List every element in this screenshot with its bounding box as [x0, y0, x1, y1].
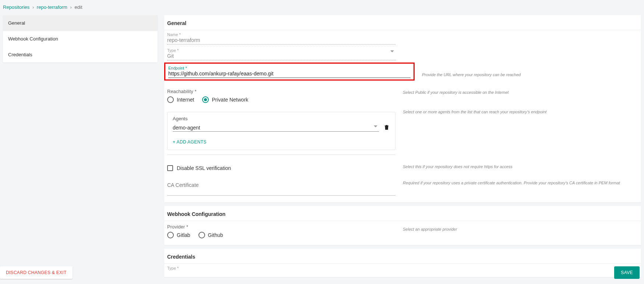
checkbox-icon	[167, 165, 173, 171]
sidebar-item-label: Webhook Configuration	[8, 36, 58, 42]
divider	[167, 155, 395, 155]
type-label: Type *	[167, 48, 395, 53]
name-field: repo-terraform	[167, 37, 395, 45]
reachability-help: Select Public if your repository is acce…	[403, 84, 638, 95]
radio-internet[interactable]: Internet	[167, 96, 194, 103]
card-title: Credentials	[164, 249, 641, 264]
ssl-help: Select this if your repository does not …	[403, 159, 638, 169]
agent-value: demo-agent	[173, 125, 200, 131]
add-agents-button[interactable]: + ADD AGENTS	[173, 139, 207, 145]
sidebar-item-credentials[interactable]: Credentials	[3, 47, 158, 63]
radio-private-network[interactable]: Private Network	[202, 96, 248, 103]
endpoint-value: https://github.com/ankurp-rafay/eaas-dem…	[168, 70, 411, 77]
card-title: General	[164, 15, 641, 30]
agents-title: Agents	[173, 116, 390, 121]
sidebar: General Webhook Configuration Credential…	[3, 15, 158, 63]
radio-gitlab[interactable]: Gitlab	[167, 232, 190, 238]
ssl-checkbox[interactable]: Disable SSL verification	[167, 165, 395, 171]
type-select[interactable]: Git	[167, 53, 395, 60]
webhook-card: Webhook Configuration Provider * Gitlab	[164, 206, 641, 245]
ca-input[interactable]	[167, 195, 395, 196]
radio-icon	[167, 96, 174, 103]
endpoint-label: Endpoint *	[168, 66, 411, 70]
chevron-down-icon	[390, 50, 394, 52]
breadcrumb-current: edit	[75, 4, 82, 10]
radio-github[interactable]: Github	[198, 232, 223, 238]
radio-label: Private Network	[212, 97, 248, 103]
ssl-label: Disable SSL verification	[177, 165, 231, 171]
radio-label: Internet	[177, 97, 194, 103]
trash-icon[interactable]	[383, 124, 390, 132]
name-label: Name *	[167, 32, 395, 37]
provider-help: Select an appropriate provider	[403, 224, 638, 231]
ca-help: Required if your repository uses a priva…	[403, 175, 638, 185]
radio-label: Gitlab	[177, 232, 190, 238]
endpoint-highlight: Endpoint * https://github.com/ankurp-raf…	[164, 63, 415, 81]
radio-icon	[198, 232, 205, 238]
name-value: repo-terraform	[167, 37, 395, 43]
agent-select[interactable]: demo-agent	[173, 124, 379, 132]
footer: DISCARD CHANGES & EXIT SAVE	[0, 263, 644, 284]
save-button[interactable]: SAVE	[614, 266, 640, 279]
sidebar-item-general[interactable]: General	[3, 15, 158, 31]
sidebar-item-label: Credentials	[8, 52, 32, 57]
breadcrumb-sep: ›	[70, 4, 72, 10]
main-content: General Name * repo-terraform Type * Git	[164, 15, 641, 281]
breadcrumb-repo[interactable]: repo-terraform	[37, 4, 67, 10]
radio-icon	[202, 96, 209, 103]
provider-label: Provider *	[167, 224, 395, 230]
endpoint-input[interactable]: https://github.com/ankurp-rafay/eaas-dem…	[168, 70, 411, 78]
ca-label: CA Certificate	[167, 182, 395, 188]
breadcrumb-sep: ›	[32, 4, 34, 10]
reachability-label: Reachability *	[167, 89, 395, 94]
sidebar-item-label: General	[8, 20, 25, 26]
radio-icon	[167, 232, 174, 238]
radio-label: Github	[208, 232, 223, 238]
general-card: General Name * repo-terraform Type * Git	[164, 15, 641, 202]
sidebar-item-webhook[interactable]: Webhook Configuration	[3, 31, 158, 47]
agents-help: Select one or more agents from the list …	[403, 107, 638, 114]
discard-button[interactable]: DISCARD CHANGES & EXIT	[0, 266, 73, 279]
endpoint-help: Provide the URL where your repository ca…	[422, 67, 638, 77]
chevron-down-icon	[374, 125, 377, 127]
agents-card: Agents demo-agent	[167, 112, 395, 150]
breadcrumb: Repositories › repo-terraform › edit	[3, 4, 641, 15]
card-title: Webhook Configuration	[164, 206, 641, 221]
type-value: Git	[167, 53, 395, 59]
breadcrumb-root[interactable]: Repositories	[3, 4, 29, 10]
